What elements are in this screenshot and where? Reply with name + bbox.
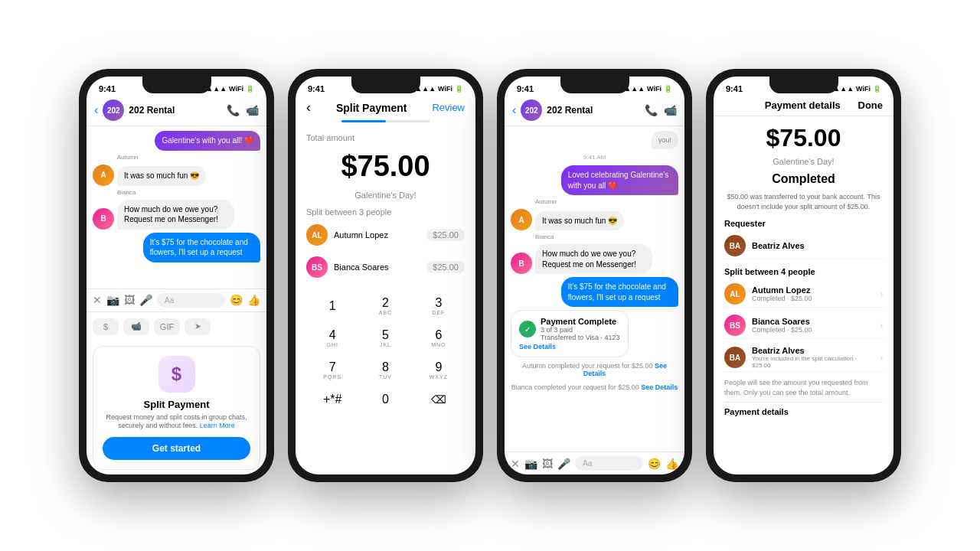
header-icons-1: 📞 📹	[227, 104, 259, 116]
split-person-1[interactable]: BS Bianca Soares Completed · $25.00 ›	[724, 312, 883, 339]
avatar-autumn-3: A	[511, 209, 532, 230]
payment-details-header: Payment details Done	[714, 96, 893, 116]
split-avatar-1: BS	[724, 315, 746, 336]
emoji-icon[interactable]: 😊	[230, 294, 243, 306]
key-9[interactable]: 9WXYZ	[413, 354, 465, 386]
msg-row-3-1: A It was so much fun 😎	[511, 209, 678, 230]
back-button-1[interactable]: ‹	[94, 103, 98, 117]
completed-status: Completed	[724, 172, 883, 186]
battery-icon: 🔋	[246, 85, 254, 93]
thumbs-up-3[interactable]: 👍	[665, 458, 678, 470]
phone-icon-3[interactable]: 📞	[645, 104, 658, 116]
payment-desc: Request money and split costs in group c…	[103, 413, 250, 431]
bubble-you: you!	[652, 131, 678, 149]
split-info-1: Bianca Soares Completed · $25.00	[752, 317, 874, 334]
time-stamp-3: 9:41 AM	[511, 154, 678, 161]
key-1[interactable]: 1	[306, 290, 358, 321]
close-icon[interactable]: ✕	[93, 294, 102, 306]
chevron-icon-0: ›	[880, 290, 883, 298]
image-icon[interactable]: 🖼	[124, 294, 135, 306]
key-0[interactable]: 0	[359, 386, 411, 412]
msg-row-1: A It was so much fun 😎	[93, 165, 260, 186]
phone-2: 9:41 ▲▲▲ WiFi 🔋 ‹ Split Payment Review T…	[288, 69, 483, 482]
msg-purple-3: Loved celebrating Galentine's with you a…	[511, 165, 678, 195]
amount-display: $75.00	[306, 150, 465, 183]
amount-subtitle: Galentine's Day!	[306, 191, 465, 200]
status-icons-3: ▲▲▲ WiFi 🔋	[624, 85, 672, 93]
get-started-button[interactable]: Get started	[103, 437, 250, 460]
key-6[interactable]: 6MNO	[413, 322, 465, 354]
chat-messages-1: Galentine's with you all! ❤️ Autumn A It…	[87, 126, 266, 289]
header-icons-3: 📞 📹	[645, 104, 677, 116]
bubble-3-3: It's $75 for the chocolate and flowers, …	[561, 277, 678, 307]
camera-icon-3[interactable]: 📷	[524, 458, 537, 470]
person-amount-0: $25.00	[426, 229, 465, 241]
key-3[interactable]: 3DEF	[413, 290, 465, 321]
key-4[interactable]: 4GHI	[306, 322, 358, 354]
thumbs-up-icon[interactable]: 👍	[247, 294, 260, 306]
progress-bar	[341, 120, 430, 122]
split-sub-2: You're included in the split calculation…	[752, 355, 874, 369]
video-icon[interactable]: 📹	[246, 104, 259, 116]
close-icon-3[interactable]: ✕	[511, 458, 520, 470]
back-button-2[interactable]: ‹	[306, 99, 311, 116]
video-shortcut[interactable]: 📹	[123, 318, 149, 335]
message-input-3[interactable]: Aa	[575, 456, 643, 471]
mic-icon[interactable]: 🎤	[139, 294, 152, 306]
key-7[interactable]: 7PQRS	[306, 354, 358, 386]
share-shortcut[interactable]: ➤	[185, 318, 211, 335]
image-icon-3[interactable]: 🖼	[542, 458, 553, 470]
bubble-3-1: It was so much fun 😎	[535, 211, 624, 231]
key-5[interactable]: 5JKL	[359, 322, 411, 354]
payment-note: People will see the amount you requested…	[724, 378, 883, 397]
split-info-0: Autumn Lopez Completed · $25.00	[752, 285, 874, 302]
battery-icon-3: 🔋	[664, 85, 672, 93]
msg-row-3-2: B How much do we owe you? Request me on …	[511, 244, 678, 274]
key-special[interactable]: +*#	[306, 386, 358, 412]
payment-shortcut[interactable]: $	[93, 318, 119, 335]
split-name-1: Bianca Soares	[752, 317, 874, 326]
payment-complete-row: ✓ Payment Complete 3 of 3 paid Transferr…	[511, 310, 678, 357]
sender-bianca-3: Bianca	[535, 233, 678, 240]
pc-sub2: Transferred to Visa · 4123	[541, 334, 620, 341]
payment-amount: $75.00	[724, 124, 883, 152]
requester-title: Requester	[724, 219, 883, 228]
phone-4: 9:41 ▲▲▲ WiFi 🔋 Payment details Done $75…	[706, 69, 901, 482]
done-button[interactable]: Done	[858, 99, 884, 111]
emoji-icon-3[interactable]: 😊	[648, 458, 661, 470]
msg-row-3-you: you!	[511, 131, 678, 149]
key-8[interactable]: 8TUV	[359, 354, 411, 386]
bubble-1: It was so much fun 😎	[117, 166, 206, 186]
gif-shortcut[interactable]: GIF	[154, 318, 180, 335]
bubble-2: How much do we owe you? Request me on Me…	[117, 200, 234, 230]
back-button-3[interactable]: ‹	[512, 103, 516, 117]
learn-more-link[interactable]: Learn More	[200, 422, 235, 429]
key-delete[interactable]: ⌫	[413, 386, 465, 412]
camera-icon[interactable]: 📷	[106, 294, 119, 306]
see-details-2[interactable]: See Details	[641, 383, 678, 391]
battery-icon-2: 🔋	[455, 85, 463, 93]
person-name-0: Autumn Lopez	[334, 230, 420, 240]
pc-sub1: 3 of 3 paid	[541, 326, 620, 334]
pc-title: Payment Complete	[541, 317, 620, 326]
chevron-icon-1: ›	[880, 321, 883, 330]
extra-toolbar: $ 📹 GIF ➤	[87, 311, 266, 341]
phone-icon[interactable]: 📞	[227, 104, 240, 116]
video-icon-3[interactable]: 📹	[664, 104, 677, 116]
split-person-0[interactable]: AL Autumn Lopez Completed · $25.00 ›	[724, 281, 883, 308]
split-person-2[interactable]: BA Beatriz Alves You're included in the …	[724, 344, 883, 372]
phone-1: 9:41 ▲▲▲ WiFi 🔋 ‹ 202 202 Rental 📞 📹	[79, 69, 274, 482]
mic-icon-3[interactable]: 🎤	[557, 458, 570, 470]
msg-label-autumn: Autumn	[117, 154, 260, 161]
key-2[interactable]: 2ABC	[359, 290, 411, 321]
see-details-link[interactable]: See Details	[519, 343, 620, 350]
split-payment-title: Split Payment	[336, 102, 407, 114]
status-icons-4: ▲▲▲ WiFi 🔋	[833, 85, 881, 93]
person-row-0: AL Autumn Lopez $25.00	[306, 221, 465, 249]
avatar-bianca: B	[93, 208, 114, 230]
message-input[interactable]: Aa	[157, 293, 225, 308]
payment-complete-bubble: ✓ Payment Complete 3 of 3 paid Transferr…	[511, 310, 629, 357]
chat-title-1: 202 Rental	[129, 105, 222, 116]
time-1: 9:41	[99, 84, 116, 93]
review-button[interactable]: Review	[432, 102, 465, 113]
